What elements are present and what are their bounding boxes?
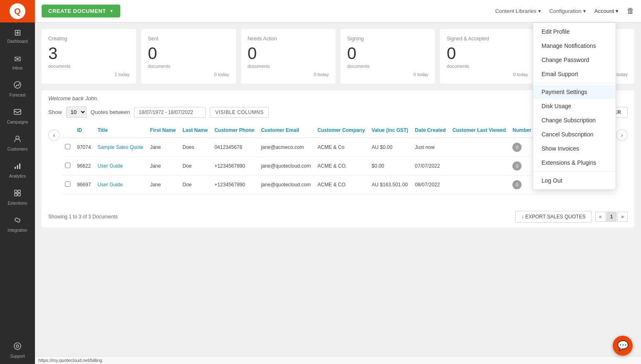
dropdown-change-password[interactable]: Change Password — [533, 53, 616, 67]
th-first-name[interactable]: First Name — [147, 123, 179, 138]
dropdown-disk-usage[interactable]: Disk Usage — [533, 99, 616, 113]
row-title-link[interactable]: Sample Sales Quote — [97, 144, 143, 150]
th-customer-last-viewed[interactable]: Customer Last Viewed — [449, 123, 509, 138]
row-email: jane@quotecloud.com — [258, 157, 314, 176]
page-first-button[interactable]: « — [595, 212, 606, 222]
app-logo[interactable]: Q — [0, 0, 35, 22]
row-checkbox-input[interactable] — [65, 163, 70, 168]
sidebar-item-label: Dashboard — [7, 39, 28, 44]
dropdown-show-invoices[interactable]: Show Invoices — [533, 141, 616, 156]
table-footer: Showing 1 to 3 of 3 Documents ↓ EXPORT S… — [48, 208, 628, 223]
row-value: $0.00 — [368, 157, 412, 176]
row-checkbox[interactable] — [62, 157, 74, 176]
configuration-arrow: ▾ — [583, 8, 586, 14]
th-last-name[interactable]: Last Name — [179, 123, 211, 138]
dropdown-extensions-plugins[interactable]: Extensions & Plugins — [533, 156, 616, 170]
sidebar-item-inbox[interactable]: ✉ Inbox — [0, 49, 35, 76]
create-document-button[interactable]: CREATE DOCUMENT ▼ — [42, 5, 120, 17]
chat-bubble-icon: 💬 — [617, 340, 629, 351]
stat-sent-value: 0 — [148, 44, 229, 63]
sidebar-item-label: Customers — [7, 147, 27, 152]
th-phone[interactable]: Customer Phone — [211, 123, 258, 138]
stat-signed-sub: documents — [447, 64, 528, 69]
date-range-input[interactable] — [134, 107, 206, 118]
stat-creating-today: 1 today — [48, 72, 129, 77]
svg-rect-4 — [17, 165, 18, 169]
account-nav[interactable]: Account ▾ — [594, 8, 619, 14]
th-date-created[interactable]: Date Created — [412, 123, 449, 138]
dashboard-icon: ⊞ — [14, 27, 21, 37]
th-company[interactable]: Customer Company — [314, 123, 368, 138]
sidebar-item-customers[interactable]: Customers — [0, 130, 35, 157]
horizontal-scrollbar[interactable] — [48, 198, 628, 203]
th-title[interactable]: Title — [94, 123, 147, 138]
stat-signed-value: 0 — [447, 44, 528, 63]
inbox-icon: ✉ — [14, 54, 21, 64]
trash-icon[interactable]: 🗑 — [627, 7, 634, 15]
svg-rect-7 — [18, 190, 20, 193]
dropdown-divider-1 — [533, 83, 616, 83]
status-bar-url: https://my.quotecloud.net/billing — [38, 358, 102, 363]
account-dropdown: Edit Profile Manage Notifications Change… — [533, 22, 616, 190]
dropdown-email-support[interactable]: Email Support — [533, 67, 616, 81]
support-icon — [13, 342, 22, 352]
table-left-nav[interactable]: ‹ — [48, 129, 60, 141]
content-libraries-nav[interactable]: Content Libraries ▾ — [495, 8, 541, 14]
row-title-link[interactable]: User Guide — [97, 163, 123, 169]
row-company: ACME & Co — [314, 138, 368, 157]
row-checkbox[interactable] — [62, 176, 74, 194]
logo-icon: Q — [10, 3, 25, 19]
sidebar-item-analytics[interactable]: Analytics — [0, 157, 35, 184]
stat-needs-action-today: 0 today — [248, 72, 329, 77]
row-title-link[interactable]: User Guide — [97, 182, 123, 188]
row-phone: +1234567890 — [211, 176, 258, 194]
dropdown-payment-settings[interactable]: Payment Settings — [533, 85, 616, 99]
stat-sent: Sent 0 documents 0 today — [141, 29, 236, 84]
sidebar-item-extentions[interactable]: Extentions — [0, 184, 35, 211]
th-id[interactable]: ID — [74, 123, 94, 138]
sidebar-item-integration[interactable]: Integration — [0, 211, 35, 238]
sidebar-item-forecast[interactable]: Forecast — [0, 76, 35, 103]
stat-needs-action-label: Needs Action — [248, 36, 329, 42]
row-company: ACME & CO — [314, 176, 368, 194]
dropdown-change-subscription[interactable]: Change Subscription — [533, 113, 616, 127]
dropdown-log-out[interactable]: Log Out — [533, 173, 616, 188]
page-last-button[interactable]: » — [617, 212, 628, 222]
sidebar-item-campaigns[interactable]: Campaigns — [0, 103, 35, 130]
table-right-nav[interactable]: › — [616, 129, 628, 141]
page-1-button[interactable]: 1 — [606, 212, 617, 222]
row-id: 96622 — [74, 157, 94, 176]
dropdown-edit-profile[interactable]: Edit Profile — [533, 25, 616, 39]
svg-rect-3 — [15, 167, 16, 169]
svg-point-11 — [16, 345, 19, 347]
sidebar-item-dashboard[interactable]: ⊞ Dashboard — [0, 22, 35, 49]
chat-bubble[interactable]: 💬 — [613, 336, 633, 356]
table-row: 97074 Sample Sales Quote Jane Does 04123… — [62, 138, 614, 157]
row-customer-last-viewed — [449, 157, 509, 176]
analytics-icon — [13, 162, 22, 172]
svg-rect-9 — [18, 193, 20, 196]
sidebar-item-label: Forecast — [10, 93, 26, 98]
row-value: AU $0.00 — [368, 138, 412, 157]
sidebar-item-support[interactable]: Support — [0, 337, 35, 364]
table-row: 96622 User Guide Jane Doe +1234567890 ja… — [62, 157, 614, 176]
th-email[interactable]: Customer Email — [258, 123, 314, 138]
stat-signing-value: 0 — [347, 44, 428, 63]
row-checkbox-input[interactable] — [65, 144, 70, 149]
content-libraries-arrow: ▾ — [538, 8, 541, 14]
visible-columns-button[interactable]: VISIBLE COLUMNS — [210, 107, 269, 118]
show-select[interactable]: 10 25 50 — [66, 106, 87, 118]
row-checkbox[interactable] — [62, 138, 74, 157]
row-title: User Guide — [94, 157, 147, 176]
configuration-nav[interactable]: Configuration ▾ — [549, 8, 586, 14]
dropdown-cancel-subscription[interactable]: Cancel Subscription — [533, 127, 616, 141]
stat-signed-label: Signed & Accepted — [447, 36, 528, 42]
dropdown-manage-notifications[interactable]: Manage Notifications — [533, 39, 616, 53]
row-last-name: Doe — [179, 157, 211, 176]
row-checkbox-input[interactable] — [65, 181, 70, 187]
th-value[interactable]: Value (inc GST) — [368, 123, 412, 138]
export-button[interactable]: ↓ EXPORT SALES QUOTES — [515, 211, 592, 223]
row-first-name: Jane — [147, 138, 179, 157]
status-bar: https://my.quotecloud.net/billing — [35, 356, 641, 364]
row-title: User Guide — [94, 176, 147, 194]
